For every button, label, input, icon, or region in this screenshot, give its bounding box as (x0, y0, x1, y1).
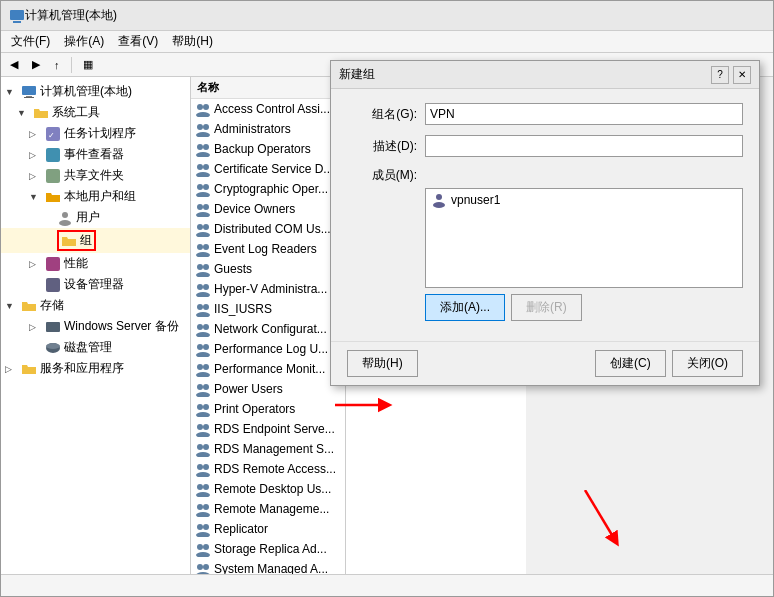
group-icon (195, 221, 211, 237)
svg-point-24 (196, 152, 210, 157)
svg-point-18 (196, 112, 210, 117)
dialog-close-button[interactable]: ✕ (733, 66, 751, 84)
tree-item-perf[interactable]: ▷ 性能 (1, 253, 190, 274)
group-icon (195, 361, 211, 377)
create-button[interactable]: 创建(C) (595, 350, 666, 377)
svg-point-58 (197, 384, 203, 390)
svg-rect-12 (46, 278, 60, 292)
list-item[interactable]: Performance Log U... (191, 339, 345, 359)
tree-item-disk[interactable]: ▷ 磁盘管理 (1, 337, 190, 358)
group-icon (195, 341, 211, 357)
expand-icon: ▼ (5, 301, 21, 311)
tree-item-services[interactable]: ▷ 服务和应用程序 (1, 358, 190, 379)
list-item[interactable]: IIS_IUSRS (191, 299, 345, 319)
item-name: Administrators (214, 122, 291, 136)
svg-point-53 (203, 344, 209, 350)
services-label: 服务和应用程序 (40, 360, 124, 377)
list-item[interactable]: Guests (191, 259, 345, 279)
svg-point-83 (203, 544, 209, 550)
help-button[interactable]: 帮助(H) (347, 350, 418, 377)
svg-point-40 (197, 264, 203, 270)
item-name: Access Control Assi... (214, 102, 330, 116)
tree-item-root[interactable]: ▼ 计算机管理(本地) (1, 81, 190, 102)
dialog-footer: 帮助(H) 创建(C) 关闭(O) (331, 341, 759, 385)
svg-rect-11 (46, 257, 60, 271)
close-dialog-button[interactable]: 关闭(O) (672, 350, 743, 377)
event-label: 事件查看器 (64, 146, 124, 163)
svg-point-20 (203, 124, 209, 130)
list-item[interactable]: Administrators (191, 119, 345, 139)
svg-rect-13 (46, 322, 60, 332)
svg-point-65 (203, 424, 209, 430)
svg-point-32 (203, 204, 209, 210)
group-icon (195, 181, 211, 197)
svg-point-30 (196, 192, 210, 197)
item-name: Certificate Service D... (214, 162, 333, 176)
item-name: Network Configurat... (214, 322, 327, 336)
desc-input[interactable] (425, 135, 743, 157)
storage-icon (21, 298, 37, 314)
tree-item-event[interactable]: ▷ 事件查看器 (1, 144, 190, 165)
item-name: Backup Operators (214, 142, 311, 156)
svg-point-71 (203, 464, 209, 470)
dialog-help-button[interactable]: ? (711, 66, 729, 84)
list-item[interactable]: Replicator (191, 519, 345, 539)
tree-item-systools[interactable]: ▼ 系统工具 (1, 102, 190, 123)
list-item[interactable]: Remote Desktop Us... (191, 479, 345, 499)
app-icon (9, 8, 25, 24)
toolbar-help[interactable]: 帮助(H) (166, 31, 219, 52)
svg-point-26 (203, 164, 209, 170)
list-item[interactable]: RDS Management S... (191, 439, 345, 459)
list-item[interactable]: Event Log Readers (191, 239, 345, 259)
tree-item-users[interactable]: ▷ 用户 (1, 207, 190, 228)
list-item[interactable]: Hyper-V Administra... (191, 279, 345, 299)
separator (71, 57, 72, 73)
svg-point-57 (196, 372, 210, 377)
show-hide-btn[interactable]: ▦ (78, 56, 98, 73)
svg-point-72 (196, 472, 210, 477)
up-btn[interactable]: ↑ (49, 57, 65, 73)
tree-item-groups[interactable]: ▷ 组 (1, 228, 190, 253)
svg-point-69 (196, 452, 210, 457)
toolbar-view[interactable]: 查看(V) (112, 31, 164, 52)
remove-member-button[interactable]: 删除(R) (511, 294, 582, 321)
tree-item-winserver[interactable]: ▷ Windows Server 备份 (1, 316, 190, 337)
tree-item-localusers[interactable]: ▼ 本地用户和组 (1, 186, 190, 207)
list-item[interactable]: Backup Operators (191, 139, 345, 159)
toolbar-file[interactable]: 文件(F) (5, 31, 56, 52)
list-item[interactable]: System Managed A... (191, 559, 345, 574)
back-btn[interactable]: ◀ (5, 56, 23, 73)
svg-point-52 (197, 344, 203, 350)
list-item[interactable]: Cryptographic Oper... (191, 179, 345, 199)
list-item[interactable]: Power Users (191, 379, 345, 399)
list-item[interactable]: Remote Manageme... (191, 499, 345, 519)
list-item[interactable]: Certificate Service D... (191, 159, 345, 179)
add-member-button[interactable]: 添加(A)... (425, 294, 505, 321)
item-name: Hyper-V Administra... (214, 282, 327, 296)
list-item[interactable]: Access Control Assi... (191, 99, 345, 119)
groupname-input[interactable] (425, 103, 743, 125)
toolbar-action[interactable]: 操作(A) (58, 31, 110, 52)
svg-point-29 (203, 184, 209, 190)
list-item[interactable]: Device Owners (191, 199, 345, 219)
list-item[interactable]: RDS Endpoint Serve... (191, 419, 345, 439)
svg-point-49 (197, 324, 203, 330)
groups-label: 组 (80, 232, 92, 249)
svg-rect-2 (22, 86, 36, 95)
list-item[interactable]: Storage Replica Ad... (191, 539, 345, 559)
list-item[interactable]: RDS Remote Access... (191, 459, 345, 479)
tree-item-task[interactable]: ▷ ✓ 任务计划程序 (1, 123, 190, 144)
list-item[interactable]: Print Operators (191, 399, 345, 419)
list-item[interactable]: Distributed COM Us... (191, 219, 345, 239)
group-icon (195, 521, 211, 537)
forward-btn[interactable]: ▶ (27, 56, 45, 73)
list-item[interactable]: Performance Monit... (191, 359, 345, 379)
svg-point-68 (203, 444, 209, 450)
svg-point-85 (197, 564, 203, 570)
svg-point-79 (197, 524, 203, 530)
tree-item-storage[interactable]: ▼ 存储 (1, 295, 190, 316)
tree-item-share[interactable]: ▷ 共享文件夹 (1, 165, 190, 186)
svg-point-41 (203, 264, 209, 270)
tree-item-devmgr[interactable]: ▷ 设备管理器 (1, 274, 190, 295)
list-item[interactable]: Network Configurat... (191, 319, 345, 339)
